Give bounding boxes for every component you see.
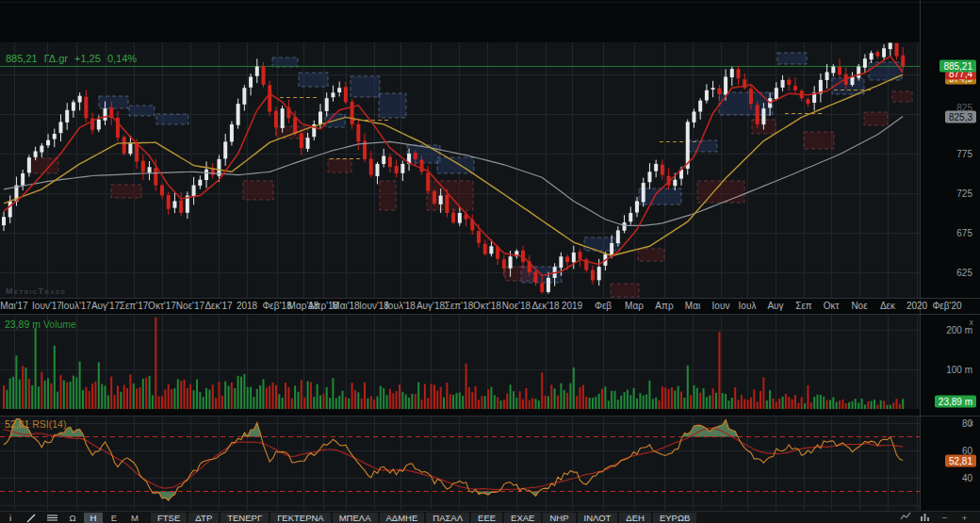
bar-chart-icon <box>920 513 931 523</box>
date-axis-label: Μαι'18 <box>332 301 359 311</box>
trading-platform-window: 885,21 ΓΔ.gr +1,25 0,14% MetricTrade 23,… <box>0 0 980 523</box>
supply-zone[interactable] <box>777 53 807 64</box>
ticker-tab[interactable]: ΕΥΡΩΒ <box>653 513 696 523</box>
zoom-in-button[interactable]: + <box>955 513 974 523</box>
date-axis-label: Νοε <box>851 301 867 311</box>
last-price: 885,21 <box>6 53 38 64</box>
timeframe-button[interactable]: Ω <box>63 513 82 523</box>
date-axis-label: Σεπ'18 <box>445 301 474 311</box>
date-axis-label: Φεβ'20 <box>932 301 961 311</box>
timeframe-button[interactable]: Μ <box>125 513 144 523</box>
ticker-tab[interactable]: ΙΝΛΟΤ <box>578 513 618 523</box>
platform-watermark: MetricTrade <box>6 286 67 296</box>
supply-zone[interactable] <box>584 237 620 251</box>
indicator-badge: 23,89 m <box>935 396 976 408</box>
date-axis-label: Μαρ <box>625 301 644 311</box>
date-axis-label: 2020 <box>906 301 927 311</box>
price-change-pct: 0,14% <box>107 53 137 64</box>
ticker-tab[interactable]: ΓΕΚΤΕΡΝΑ <box>270 513 331 523</box>
demand-zone[interactable] <box>864 112 888 125</box>
ticker-tab[interactable]: ΤΕΝΕΡΓ <box>220 513 269 523</box>
draw-tool-button[interactable] <box>21 513 41 523</box>
date-axis-label: Ιουν <box>712 301 730 311</box>
demand-zone[interactable] <box>243 181 273 200</box>
timeframe-button[interactable]: Ε <box>105 513 123 523</box>
rsi-axis[interactable]: x80604052,81 <box>920 417 980 511</box>
supply-zone[interactable] <box>99 96 128 108</box>
ticker-tab[interactable]: ΔΕΗ <box>619 513 651 523</box>
supply-zone[interactable] <box>832 78 864 94</box>
main-chart-canvas[interactable] <box>0 0 980 511</box>
volume-axis[interactable]: x200 m100 m23,89 m <box>920 315 980 415</box>
ticker-tab[interactable]: ΜΠΕΛΑ <box>333 513 378 523</box>
ticker-tab[interactable]: ΕΕΕ <box>471 513 502 523</box>
indicator-axis-label: 40 <box>962 473 972 483</box>
price-axis-label: 775 <box>956 149 972 159</box>
ticker-tabs: FTSEΔΤΡΤΕΝΕΡΓΓΕΚΤΕΡΝΑΜΠΕΛΑΑΔΜΗΕΠΑΣΑΛΕΕΕΕ… <box>151 513 698 523</box>
minus-icon: − <box>942 513 948 523</box>
date-axis-label: Σεπ'17 <box>120 301 149 311</box>
rsi-name: RSI(14) <box>32 418 66 430</box>
line-chart-icon <box>900 513 911 523</box>
ticker-tab[interactable]: ΔΤΡ <box>188 513 219 523</box>
symbol-name[interactable]: ΓΔ.gr <box>44 53 68 64</box>
supply-zone[interactable] <box>688 140 717 152</box>
indicator-axis-label: 200 m <box>946 325 972 335</box>
demand-zone[interactable] <box>328 159 351 172</box>
demand-zone[interactable] <box>638 249 664 261</box>
date-axis-label: Οκτ <box>824 301 840 311</box>
demand-zone[interactable] <box>892 91 912 102</box>
timeframe-button[interactable]: Η <box>84 513 103 523</box>
date-axis-label: 2019 <box>562 301 582 311</box>
date-axis-label: Αυγ'18 <box>416 301 445 311</box>
supply-zone[interactable] <box>351 76 380 97</box>
price-axis-label: 625 <box>956 268 972 278</box>
date-axis[interactable]: Μαι'17Ιουν'17Ιουλ'17Αυγ'17Σεπ'17Οκτ'17Νο… <box>0 300 980 314</box>
plus-icon: + <box>962 513 968 523</box>
date-axis-label: Σεπ <box>795 301 812 311</box>
demand-zone[interactable] <box>611 284 639 297</box>
volume-value: 23,89 m <box>5 319 41 330</box>
info-button[interactable]: i <box>0 513 21 523</box>
demand-zone[interactable] <box>804 132 834 149</box>
ticker-tab[interactable]: FTSE <box>151 513 187 523</box>
layers-button[interactable] <box>41 513 62 523</box>
date-axis-label: Απρ <box>655 301 673 311</box>
date-axis-label: Νοε'17 <box>176 301 204 311</box>
date-axis-label: Οκτ'18 <box>473 301 501 311</box>
volume-name: Volume <box>43 319 76 330</box>
demand-zone[interactable] <box>276 126 308 139</box>
supply-zone[interactable] <box>379 93 406 118</box>
date-axis-label: Ιουλ'18 <box>385 301 416 311</box>
supply-zone[interactable] <box>129 106 155 116</box>
list-icon <box>47 513 57 523</box>
supply-zone[interactable] <box>299 73 328 87</box>
price-badge: 825,3 <box>945 111 976 123</box>
indicator-axis-label: 100 m <box>946 365 972 375</box>
supply-zone[interactable] <box>272 57 298 67</box>
bar-chart-button[interactable] <box>915 512 935 523</box>
panel-separator[interactable] <box>0 416 980 417</box>
date-axis-label: Φεβ <box>595 301 612 311</box>
demand-zone[interactable] <box>111 185 141 198</box>
date-axis-label: Ιουν'17 <box>32 301 62 311</box>
price-axis[interactable]: 825775725675625874,9877,4885,21825,3 <box>920 0 980 298</box>
indicator-axis-label: 80 <box>962 418 972 429</box>
pencil-icon <box>26 513 36 523</box>
supply-zone[interactable] <box>156 114 188 124</box>
panel-separator[interactable] <box>0 314 980 315</box>
timeframe-group: ΩΗΕΜ <box>62 513 145 523</box>
date-axis-label: Αυγ <box>767 301 783 311</box>
date-axis-label: Μαι'17 <box>0 301 27 311</box>
rsi-value: 52,81 <box>5 418 29 430</box>
line-chart-button[interactable] <box>895 512 915 523</box>
ticker-tab[interactable]: ΝΗΡ <box>543 513 575 523</box>
price-axis-label: 675 <box>956 228 972 238</box>
symbol-header: 885,21 ΓΔ.gr +1,25 0,14% <box>6 53 140 64</box>
ticker-tab[interactable]: ΕΧΑΕ <box>504 513 541 523</box>
date-axis-label: Ιουλ'17 <box>61 301 91 311</box>
ticker-tab[interactable]: ΠΑΣΑΛ <box>426 513 469 523</box>
zoom-out-button[interactable]: − <box>935 513 955 523</box>
demand-zone[interactable] <box>380 181 396 210</box>
ticker-tab[interactable]: ΑΔΜΗΕ <box>380 513 425 523</box>
